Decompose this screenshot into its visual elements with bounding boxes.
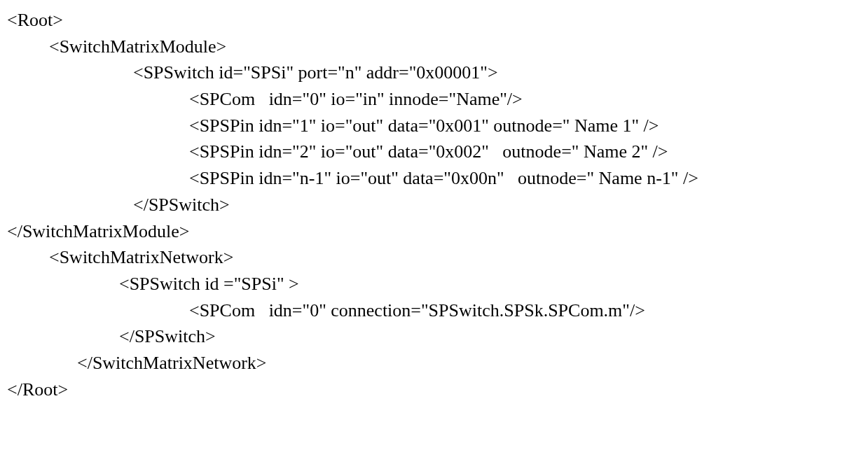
xml-line-root-open: <Root> [7,7,861,34]
xml-line-spspin-2: <SPSPin idn="2" io="out" data="0x002" ou… [7,139,861,165]
xml-line-spswitch-close-2: </SPSwitch> [7,323,861,350]
xml-line-root-close: </Root> [7,377,861,403]
xml-line-spswitch-open-2: <SPSwitch id ="SPSi" > [7,271,861,297]
xml-line-spswitch-open-1: <SPSwitch id="SPSi" port="n" addr="0x000… [7,59,861,86]
xml-line-spcom-1: <SPCom idn="0" io="in" innode="Name"/> [7,86,861,113]
xml-line-spspin-1: <SPSPin idn="1" io="out" data="0x001" ou… [7,113,861,139]
xml-line-switchmatrixmodule-open: <SwitchMatrixModule> [7,34,861,60]
xml-line-spspin-3: <SPSPin idn="n-1" io="out" data="0x00n" … [7,165,861,192]
xml-line-spswitch-close-1: </SPSwitch> [7,192,861,218]
xml-line-switchmatrixmodule-close: </SwitchMatrixModule> [7,218,861,245]
xml-line-spcom-2: <SPCom idn="0" connection="SPSwitch.SPSk… [7,297,861,324]
xml-line-switchmatrixnetwork-close: </SwitchMatrixNetwork> [7,350,861,377]
xml-line-switchmatrixnetwork-open: <SwitchMatrixNetwork> [7,244,861,271]
